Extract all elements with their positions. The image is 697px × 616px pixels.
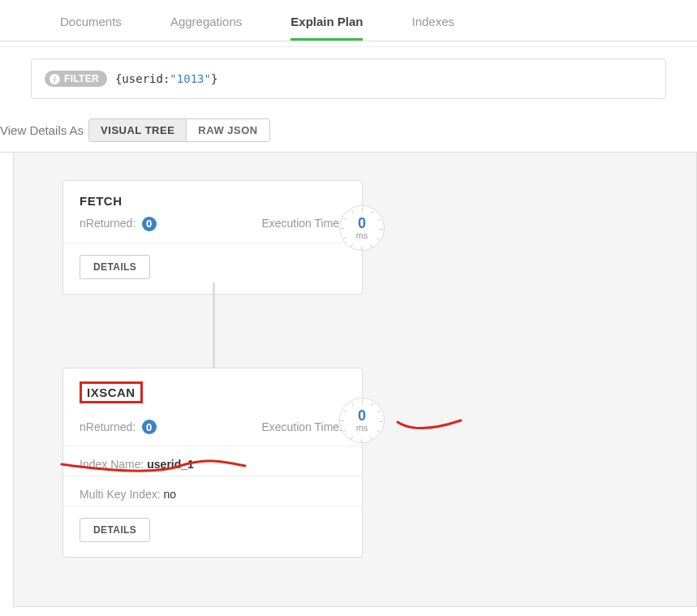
divider [63, 446, 362, 446]
ixscan-nreturned-value: 0 [142, 420, 157, 434]
ixscan-exec-label: Execution Time: [261, 420, 342, 433]
fetch-exec-time-clock: 0 ms [339, 205, 385, 251]
view-toggle-group: VISUAL TREE RAW JSON [88, 118, 270, 142]
filter-query[interactable]: {userid:"1013"} [115, 72, 217, 85]
view-row: View Details As VISUAL TREE RAW JSON [0, 109, 697, 153]
divider [63, 476, 362, 476]
filter-badge: i FILTER [45, 71, 107, 87]
tab-documents[interactable]: Documents [60, 0, 122, 41]
tab-indexes[interactable]: Indexes [411, 0, 454, 41]
divider [63, 506, 362, 506]
ixscan-nreturned-label: nReturned: [80, 420, 136, 433]
tab-aggregations[interactable]: Aggregations [170, 0, 242, 41]
view-label: View Details As [0, 123, 84, 137]
clock-ticks-icon [340, 398, 384, 442]
stage-fetch-title: FETCH [80, 194, 346, 208]
ixscan-index-name-row: Index Name: userid_1 [80, 458, 346, 471]
fetch-nreturned-value: 0 [142, 217, 157, 231]
tabs-bar: Documents Aggregations Explain Plan Inde… [0, 0, 697, 41]
multikey-label: Multi Key Index: [80, 488, 161, 501]
annotation-underline-icon [396, 417, 469, 433]
toggle-visual-tree[interactable]: VISUAL TREE [89, 119, 186, 141]
fetch-details-button[interactable]: DETAILS [80, 255, 150, 279]
toggle-raw-json[interactable]: RAW JSON [186, 119, 269, 141]
plan-area: FETCH nReturned: 0 Execution Time: [13, 153, 697, 607]
stage-ixscan-title: IXSCAN [80, 381, 143, 403]
tab-explain-plan[interactable]: Explain Plan [290, 0, 363, 41]
fetch-nreturned-label: nReturned: [80, 217, 136, 230]
filter-badge-label: FILTER [64, 73, 99, 84]
stage-fetch-card: FETCH nReturned: 0 Execution Time: [62, 180, 363, 295]
stage-ixscan-card: IXSCAN nReturned: 0 Execution Time: [62, 368, 363, 558]
ixscan-details-button[interactable]: DETAILS [80, 518, 150, 542]
clock-ticks-icon [340, 206, 384, 250]
filter-bar[interactable]: i FILTER {userid:"1013"} [31, 58, 666, 99]
index-name-value: userid_1 [147, 458, 194, 471]
info-icon: i [49, 74, 60, 84]
ixscan-exec-time-clock: 0 ms [339, 398, 385, 443]
fetch-exec-label: Execution Time: [261, 217, 342, 230]
multikey-value: no [164, 488, 177, 501]
divider [0, 46, 697, 47]
ixscan-multikey-row: Multi Key Index: no [80, 488, 346, 501]
index-name-label: Index Name: [80, 458, 144, 471]
stage-connector [213, 282, 215, 380]
divider [63, 243, 362, 243]
